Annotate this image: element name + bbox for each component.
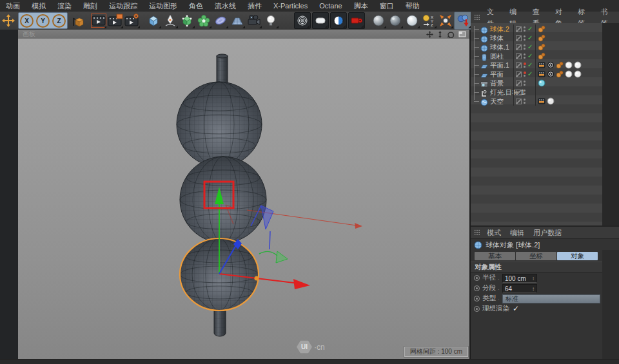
- object-row[interactable]: 圆柱 ✓: [471, 52, 602, 61]
- render-visibility-dot[interactable]: [524, 30, 526, 32]
- render-settings-icon[interactable]: [124, 12, 141, 29]
- snap-icon[interactable]: [437, 12, 454, 29]
- lock-x-button[interactable]: X: [19, 13, 35, 28]
- spline-bean-icon[interactable]: [212, 12, 229, 29]
- material-tag-white-icon[interactable]: [547, 97, 555, 105]
- menu-item[interactable]: 流水线: [209, 0, 242, 12]
- menu-item[interactable]: 运动图形: [143, 0, 183, 12]
- object-name[interactable]: 天空: [490, 97, 504, 106]
- object-row[interactable]: 天空: [471, 97, 602, 106]
- zoom-icon[interactable]: [437, 31, 443, 38]
- object-name[interactable]: 圆柱: [490, 52, 504, 61]
- object-name[interactable]: 球体.1: [490, 43, 509, 52]
- enable-check-icon[interactable]: ✓: [527, 43, 533, 52]
- phong-tag-icon[interactable]: [538, 25, 545, 33]
- editor-visibility-dot[interactable]: [524, 35, 526, 37]
- selected-tool-icon[interactable]: [454, 12, 472, 30]
- phong-tag-icon[interactable]: [556, 61, 564, 69]
- layer-toggle-icon[interactable]: [516, 90, 522, 95]
- toggle-panel-icon[interactable]: [458, 31, 466, 37]
- object-row[interactable]: 平面 ✓: [471, 70, 602, 79]
- editor-visibility-dot-red[interactable]: [524, 62, 526, 65]
- viewport-panel-menu[interactable]: 画板: [18, 30, 35, 39]
- texture-tag-icon[interactable]: [565, 70, 573, 78]
- attr-menu-item[interactable]: 模式: [482, 227, 506, 238]
- deformer-icon[interactable]: [195, 12, 212, 29]
- camera-icon[interactable]: [246, 12, 262, 29]
- menu-item[interactable]: 雕刻: [77, 0, 103, 12]
- phong-tag-icon[interactable]: [538, 34, 545, 42]
- render-visibility-dot[interactable]: [524, 93, 526, 95]
- keyframe-circle-icon[interactable]: [474, 275, 480, 281]
- interactive-render-region-icon[interactable]: [294, 12, 311, 29]
- material-tag-cyan-icon[interactable]: [538, 79, 545, 87]
- attr-menu-item[interactable]: 用户数据: [529, 227, 566, 238]
- menu-item[interactable]: Octane: [313, 0, 348, 12]
- phong-tag-icon[interactable]: [538, 43, 545, 51]
- coordinates-manager-icon[interactable]: XYZ: [420, 12, 437, 29]
- panel-grip-icon[interactable]: [474, 229, 480, 236]
- spinner-icon[interactable]: ↕: [532, 276, 535, 282]
- subdivision-surface-icon[interactable]: [179, 12, 195, 29]
- layer-toggle-icon[interactable]: [516, 81, 522, 86]
- menu-item[interactable]: 插件: [242, 0, 268, 12]
- object-name[interactable]: 平面: [490, 70, 504, 79]
- enable-check-icon[interactable]: ✓: [527, 70, 533, 79]
- segments-input[interactable]: 64 ↕: [502, 284, 537, 293]
- texture-tag-icon[interactable]: [574, 70, 582, 78]
- radius-input[interactable]: 100 cm ↕: [502, 274, 537, 283]
- material-sphere-dark-icon[interactable]: [387, 12, 404, 29]
- target-tag-icon[interactable]: [547, 61, 555, 69]
- menu-item[interactable]: 窗口: [374, 0, 400, 12]
- layer-toggle-icon[interactable]: [516, 35, 522, 41]
- render-visibility-dot[interactable]: [524, 84, 526, 86]
- enable-check-icon[interactable]: ✓: [527, 34, 533, 43]
- object-row[interactable]: 背景: [471, 79, 602, 88]
- lock-y-button[interactable]: Y: [35, 13, 51, 28]
- light-icon[interactable]: [262, 12, 279, 29]
- object-row[interactable]: 球体.1 ✓: [471, 43, 602, 52]
- render-visibility-dot[interactable]: [524, 75, 526, 77]
- material-sphere-icon[interactable]: [370, 12, 387, 29]
- layer-toggle-icon[interactable]: [516, 72, 522, 77]
- compositing-tag-icon[interactable]: [538, 97, 545, 105]
- object-row[interactable]: 灯光.目标.1: [471, 88, 602, 97]
- enable-check-icon[interactable]: ✓: [527, 61, 533, 70]
- texture-tag-icon[interactable]: [574, 61, 582, 69]
- menu-item[interactable]: 动画: [0, 0, 26, 12]
- keyframe-circle-icon[interactable]: [474, 296, 480, 302]
- object-row[interactable]: 球体 ✓: [471, 34, 602, 43]
- editor-visibility-dot[interactable]: [524, 26, 526, 28]
- target-tag-icon[interactable]: [547, 70, 555, 78]
- layer-toggle-icon[interactable]: [516, 99, 522, 104]
- object-name[interactable]: 球体.2: [490, 24, 509, 34]
- menu-item[interactable]: X-Particles: [268, 0, 313, 12]
- enable-check-icon[interactable]: ✓: [527, 24, 533, 34]
- menu-item[interactable]: 帮助: [400, 0, 426, 12]
- type-dropdown[interactable]: 标准: [502, 294, 600, 303]
- foreground-object-icon[interactable]: [330, 12, 347, 29]
- keyframe-circle-icon[interactable]: [474, 285, 480, 291]
- layer-toggle-icon[interactable]: [516, 44, 522, 50]
- tab-object[interactable]: 对象: [557, 252, 598, 260]
- floor-icon[interactable]: [229, 12, 246, 29]
- viewport-canvas[interactable]: UI ·cn 网格间距 : 100 cm: [18, 39, 469, 359]
- phong-tag-icon[interactable]: [556, 70, 564, 78]
- compositing-tag-icon[interactable]: [538, 70, 545, 78]
- material-sphere-glass-icon[interactable]: [404, 12, 420, 29]
- tab-coordinates[interactable]: 坐标: [516, 252, 556, 260]
- menu-item[interactable]: 脚本: [348, 0, 374, 12]
- pen-spline-icon[interactable]: [162, 12, 179, 29]
- enable-check-icon[interactable]: ✓: [527, 52, 533, 61]
- attr-menu-item[interactable]: 编辑: [506, 227, 529, 238]
- compositing-tag-icon[interactable]: [538, 61, 545, 69]
- menu-item[interactable]: 渲染: [52, 0, 77, 12]
- menu-item[interactable]: 角色: [183, 0, 209, 12]
- spinner-icon[interactable]: ↕: [532, 286, 535, 292]
- render-visibility-dot[interactable]: [524, 48, 526, 50]
- phong-tag-icon[interactable]: [538, 52, 545, 60]
- pan-icon[interactable]: [426, 31, 433, 38]
- object-row[interactable]: 平面.1 ✓: [471, 61, 602, 70]
- cube-primitive-icon[interactable]: [145, 12, 162, 29]
- object-row[interactable]: 球体.2 ✓: [471, 24, 602, 34]
